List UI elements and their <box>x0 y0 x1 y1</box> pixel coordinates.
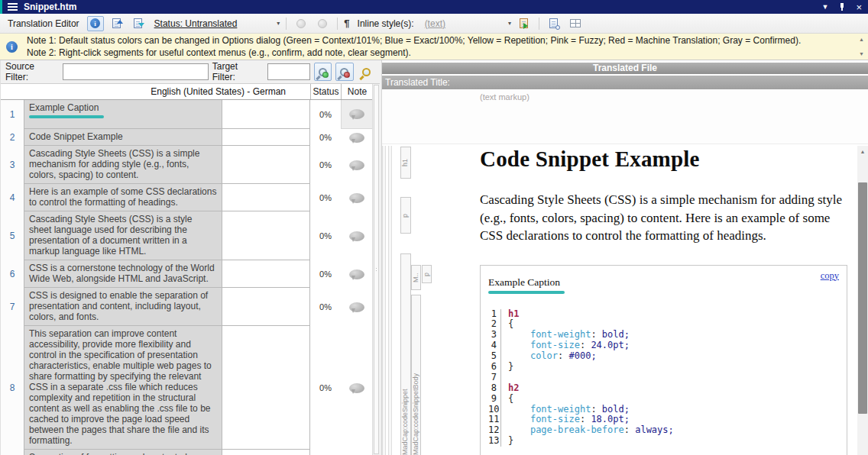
toggle-circle-icon <box>318 19 327 28</box>
status-filter-dropdown[interactable]: Status: Untranslated <box>151 18 241 29</box>
filter-apply-button[interactable] <box>314 63 332 81</box>
separator <box>337 18 338 30</box>
tag-bar-madcap-short[interactable]: M.. <box>411 265 421 290</box>
note-cell[interactable] <box>341 129 373 146</box>
source-filter-label: Source Filter: <box>5 61 59 82</box>
target-segment[interactable] <box>222 326 310 450</box>
tag-bar-h1[interactable]: h1 <box>400 147 411 179</box>
source-segment[interactable]: This separation can improve content acce… <box>24 326 222 450</box>
note-cell[interactable] <box>341 184 373 211</box>
row-number[interactable]: 9 <box>1 450 24 455</box>
tag-bar-codesnippetbody[interactable]: MadCap:codeSnippetBody <box>411 295 421 455</box>
close-icon[interactable]: × <box>856 2 862 12</box>
preview-button[interactable] <box>546 16 562 31</box>
note-column-header[interactable]: Note <box>341 84 373 99</box>
row-number[interactable]: 6 <box>1 260 24 288</box>
note-bubble-icon[interactable] <box>349 383 364 393</box>
source-text: Example Caption <box>29 102 99 113</box>
source-segment[interactable]: Code Snippet Example <box>24 129 222 146</box>
status-caret-icon[interactable]: ▾ <box>277 20 280 27</box>
segment-info-button[interactable]: i <box>87 16 104 31</box>
note-cell[interactable] <box>341 326 373 450</box>
note-scroll-down-icon[interactable]: ▼ <box>859 51 864 56</box>
target-filter-input[interactable] <box>267 63 310 80</box>
target-segment[interactable] <box>222 129 310 146</box>
status-cell: 0% <box>310 146 341 184</box>
preview-scrollbar[interactable]: ▲ <box>857 146 868 455</box>
code-line: 10 font-weight: bold; <box>488 405 839 415</box>
translated-file-pane: Translated File Translated Title: (text … <box>382 60 868 455</box>
code-token: font-weight <box>530 329 591 340</box>
pilcrow-icon[interactable]: ¶ <box>344 18 349 29</box>
note-line-1: Note 1: Default status colors can be cha… <box>27 34 801 47</box>
target-segment[interactable] <box>222 146 310 184</box>
row-number[interactable]: 3 <box>1 146 24 184</box>
row-number[interactable]: 5 <box>1 211 24 260</box>
table-row: 6CSS is a cornerstone technology of the … <box>1 260 373 288</box>
source-segment[interactable]: Cascading Style Sheets (CSS) is a style … <box>24 211 222 260</box>
copy-link[interactable]: copy <box>821 270 839 282</box>
note-cell[interactable] <box>341 450 373 455</box>
row-number[interactable]: 2 <box>1 129 24 146</box>
document-preview: h1 p MadCap:codeSnippet M.. p MadCap:cod… <box>382 144 868 455</box>
scrollbar-up-icon[interactable]: ▲ <box>857 149 868 154</box>
table-row: 5Cascading Style Sheets (CSS) is a style… <box>1 211 373 260</box>
source-segment[interactable]: CSS is designed to enable the separation… <box>24 288 222 326</box>
grid-scrollbar[interactable] <box>372 84 380 455</box>
toggle-left-button[interactable] <box>293 16 309 31</box>
window-dropdown-icon[interactable]: ▼ <box>821 4 828 11</box>
filter-options-button[interactable] <box>358 63 375 81</box>
grid-view-button[interactable] <box>567 16 584 31</box>
preview-scrollbar-thumb[interactable] <box>858 182 867 414</box>
line-number: 13 <box>488 436 501 447</box>
note-bubble-icon[interactable] <box>349 231 364 241</box>
row-number[interactable]: 4 <box>1 184 24 211</box>
row-number[interactable]: 7 <box>1 288 24 326</box>
tag-bar-p[interactable]: p <box>400 197 411 234</box>
grid-scrollbar-thumb[interactable] <box>374 85 379 454</box>
confirm-previous-button[interactable] <box>108 16 125 31</box>
inline-style-caret-icon[interactable]: ▾ <box>508 20 511 27</box>
note-bubble-icon[interactable] <box>349 193 364 203</box>
source-segment[interactable]: CSS is a cornerstone technology of the W… <box>24 260 222 288</box>
code-token: } <box>508 361 513 372</box>
tag-bar-p2[interactable]: p <box>422 265 432 283</box>
filter-clear-button[interactable] <box>335 63 353 81</box>
note-cell[interactable] <box>341 100 373 129</box>
toggle-right-button[interactable] <box>314 16 331 31</box>
note-cell[interactable] <box>341 288 373 326</box>
hamburger-menu-icon[interactable] <box>8 6 18 8</box>
code-line: 8h2 <box>488 383 839 394</box>
note-bubble-icon[interactable] <box>349 109 364 119</box>
note-bubble-icon[interactable] <box>349 302 364 312</box>
target-segment[interactable] <box>222 100 310 129</box>
status-column-header[interactable]: Status <box>310 84 341 99</box>
target-segment[interactable] <box>222 450 310 455</box>
source-segment[interactable]: Cascading Style Sheets (CSS) is a simple… <box>24 146 222 184</box>
export-button[interactable] <box>516 16 533 31</box>
status-cell: 0% <box>310 326 341 450</box>
target-segment[interactable] <box>222 184 310 211</box>
row-number[interactable]: 8 <box>1 326 24 450</box>
source-segment[interactable]: Separation of formatting and content als… <box>24 450 222 455</box>
note-cell[interactable] <box>341 260 373 288</box>
row-number[interactable]: 1 <box>1 100 24 129</box>
source-segment[interactable]: Here is an example of some CSS declarati… <box>24 184 222 211</box>
note-cell[interactable] <box>341 211 373 260</box>
tag-bar-codesnippet[interactable]: MadCap:codeSnippet <box>400 253 411 455</box>
confirm-next-button[interactable] <box>130 16 147 31</box>
pin-icon[interactable] <box>839 3 845 11</box>
note-bubble-icon[interactable] <box>349 269 364 279</box>
note-bubble-icon[interactable] <box>349 160 364 170</box>
source-filter-input[interactable] <box>63 63 209 80</box>
note-cell[interactable] <box>341 146 373 184</box>
line-number: 4 <box>488 340 501 351</box>
inline-style-value[interactable]: (text) <box>422 18 449 29</box>
target-segment[interactable] <box>222 260 310 288</box>
target-segment[interactable] <box>222 211 310 260</box>
target-segment[interactable] <box>222 288 310 326</box>
note-bubble-icon[interactable] <box>349 133 364 143</box>
note-scroll-up-icon[interactable]: ▲ <box>859 37 864 42</box>
source-segment[interactable]: Example Caption <box>24 100 222 129</box>
code-token <box>508 340 530 350</box>
